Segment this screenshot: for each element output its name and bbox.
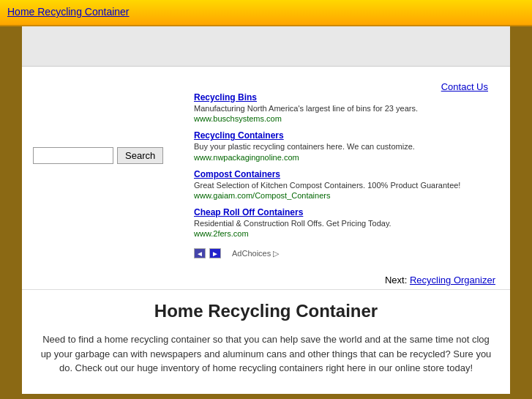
next-link[interactable]: Recycling Organizer — [410, 275, 495, 286]
left-column: Search — [22, 74, 190, 267]
article-area: Home Recycling Container Need to find a … — [22, 289, 510, 394]
ad-title-2[interactable]: Compost Containers — [194, 169, 503, 179]
ad-banner-top — [22, 26, 510, 67]
next-row: Next: Recycling Organizer — [22, 275, 510, 289]
main-content: Search Contact Us Recycling Bins Manufac… — [22, 26, 510, 394]
ad-title-0[interactable]: Recycling Bins — [194, 92, 503, 102]
ad-url-3: www.2fers.com — [194, 229, 503, 238]
two-col-layout: Search Contact Us Recycling Bins Manufac… — [22, 67, 510, 275]
ad-title-1[interactable]: Recycling Containers — [194, 130, 503, 141]
ads-list: Recycling Bins Manufacturing North Ameri… — [194, 92, 503, 238]
ad-desc-0: Manufacturing North America's largest li… — [194, 103, 503, 113]
ad-url-2: www.gaiam.com/Compost_Containers — [194, 191, 503, 200]
ad-item-2: Compost Containers Great Selection of Ki… — [194, 169, 503, 200]
ad-url-1: www.nwpackagingnoline.com — [194, 153, 503, 162]
adchoices-label: AdChoices ▷ — [232, 249, 279, 258]
contact-us-link[interactable]: Contact Us — [441, 81, 488, 92]
header-title-link[interactable]: Home Recycling Container — [7, 6, 130, 18]
page-next-button[interactable]: ► — [209, 248, 221, 258]
search-input[interactable] — [33, 147, 113, 164]
right-column: Contact Us Recycling Bins Manufacturing … — [190, 74, 510, 267]
site-header: Home Recycling Container — [0, 0, 532, 26]
search-form: Search — [33, 147, 179, 164]
page-prev-button[interactable]: ◄ — [194, 248, 206, 258]
ad-item-0: Recycling Bins Manufacturing North Ameri… — [194, 92, 503, 123]
ad-title-3[interactable]: Cheap Roll Off Containers — [194, 207, 503, 217]
ad-desc-1: Buy your plastic recycling containers he… — [194, 141, 503, 152]
ad-url-0: www.buschsystems.com — [194, 114, 503, 123]
next-label: Next: — [385, 275, 407, 286]
pagination-row: ◄ ► AdChoices ▷ — [194, 245, 503, 260]
article-body: Need to find a home recycling container … — [40, 332, 492, 376]
ad-item-1: Recycling Containers Buy your plastic re… — [194, 130, 503, 161]
search-button[interactable]: Search — [117, 147, 163, 164]
ad-desc-3: Residential & Construction Roll Offs. Ge… — [194, 218, 503, 228]
article-title: Home Recycling Container — [40, 301, 492, 321]
ad-item-3: Cheap Roll Off Containers Residential & … — [194, 207, 503, 238]
ad-desc-2: Great Selection of Kitchen Compost Conta… — [194, 180, 503, 190]
contact-us-area: Contact Us — [194, 78, 503, 92]
